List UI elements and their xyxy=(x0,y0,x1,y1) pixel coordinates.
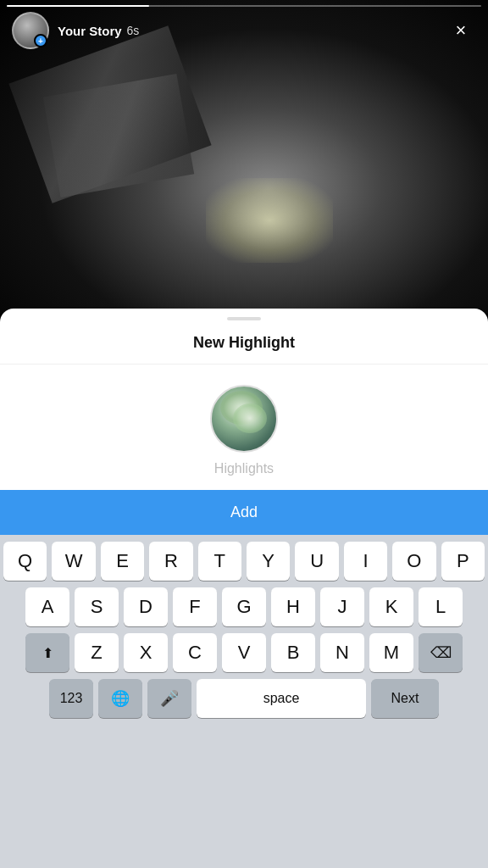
close-button[interactable]: × xyxy=(446,15,476,46)
next-key[interactable]: Next xyxy=(371,679,439,718)
mic-key[interactable]: 🎤 xyxy=(147,679,191,718)
key-j[interactable]: J xyxy=(320,587,364,626)
story-glow xyxy=(206,178,333,263)
story-time: 6s xyxy=(127,24,140,37)
key-row-3: ⬆ Z X C V B N M ⌫ xyxy=(3,633,485,672)
key-s[interactable]: S xyxy=(75,587,119,626)
num-switch-key[interactable]: 123 xyxy=(49,679,93,718)
key-o[interactable]: O xyxy=(392,542,435,581)
backspace-key[interactable]: ⌫ xyxy=(419,633,463,672)
key-m[interactable]: M xyxy=(369,633,413,672)
key-d[interactable]: D xyxy=(124,587,168,626)
key-n[interactable]: N xyxy=(320,633,364,672)
key-c[interactable]: C xyxy=(173,633,217,672)
key-l[interactable]: L xyxy=(419,587,463,626)
key-q[interactable]: Q xyxy=(3,542,47,581)
key-h[interactable]: H xyxy=(271,587,315,626)
key-b[interactable]: B xyxy=(271,633,315,672)
avatar[interactable]: + xyxy=(12,12,49,49)
key-p[interactable]: P xyxy=(441,542,485,581)
story-username: Your Story xyxy=(58,24,122,38)
key-t[interactable]: T xyxy=(198,542,241,581)
key-x[interactable]: X xyxy=(124,633,168,672)
key-g[interactable]: G xyxy=(222,587,266,626)
highlight-cover-label: Highlights xyxy=(214,461,274,476)
key-a[interactable]: A xyxy=(25,587,69,626)
story-background: + Your Story 6s × xyxy=(0,0,488,314)
add-button[interactable]: Add xyxy=(0,490,488,535)
key-row-4: 123 🌐 🎤 space Next xyxy=(3,679,485,718)
story-info: Your Story 6s xyxy=(58,24,139,38)
backspace-icon: ⌫ xyxy=(430,643,452,662)
key-y[interactable]: Y xyxy=(247,542,290,581)
shift-key[interactable]: ⬆ xyxy=(25,633,69,672)
highlight-cover-image[interactable] xyxy=(210,385,278,453)
globe-icon: 🌐 xyxy=(111,689,130,708)
story-progress-bar xyxy=(7,5,481,7)
key-e[interactable]: E xyxy=(101,542,144,581)
key-u[interactable]: U xyxy=(295,542,338,581)
key-row-2: A S D F G H J K L xyxy=(3,587,485,626)
key-row-1: Q W E R T Y U I O P xyxy=(3,542,485,581)
space-key[interactable]: space xyxy=(197,679,366,718)
story-header: + Your Story 6s × xyxy=(0,12,488,49)
story-progress-fill xyxy=(7,5,149,7)
key-v[interactable]: V xyxy=(222,633,266,672)
globe-key[interactable]: 🌐 xyxy=(98,679,142,718)
bottom-sheet: New Highlight Highlights Add Q W E R T Y… xyxy=(0,309,488,868)
sheet-title: New Highlight xyxy=(0,320,488,364)
highlight-cover-section: Highlights xyxy=(0,364,488,490)
key-z[interactable]: Z xyxy=(75,633,119,672)
key-k[interactable]: K xyxy=(369,587,413,626)
keyboard: Q W E R T Y U I O P A S D F G H J K L ⬆ … xyxy=(0,535,488,868)
key-f[interactable]: F xyxy=(173,587,217,626)
key-w[interactable]: W xyxy=(52,542,95,581)
key-i[interactable]: I xyxy=(344,542,387,581)
key-r[interactable]: R xyxy=(149,542,192,581)
mic-icon: 🎤 xyxy=(160,689,179,708)
avatar-plus-icon: + xyxy=(34,34,47,47)
